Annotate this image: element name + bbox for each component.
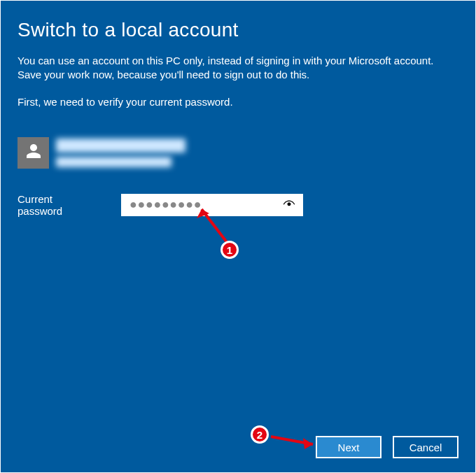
avatar <box>18 137 49 169</box>
person-icon <box>25 143 42 162</box>
next-button[interactable]: Next <box>316 436 382 458</box>
password-input[interactable] <box>121 194 303 216</box>
user-info-row <box>18 137 458 169</box>
verify-text: First, we need to verify your current pa… <box>18 95 458 109</box>
user-email <box>56 157 172 167</box>
eye-icon <box>282 197 296 213</box>
password-label: Current password <box>18 193 97 217</box>
description-text: You can use an account on this PC only, … <box>18 54 458 83</box>
user-text-block <box>56 139 186 167</box>
user-display-name <box>56 139 186 153</box>
password-row: Current password <box>18 193 458 217</box>
cancel-button[interactable]: Cancel <box>393 436 458 458</box>
dialog-panel: Switch to a local account You can use an… <box>1 1 475 472</box>
password-field-wrap <box>121 194 303 216</box>
page-title: Switch to a local account <box>18 19 458 41</box>
reveal-password-button[interactable] <box>281 197 298 213</box>
footer-buttons: Next Cancel <box>316 436 458 458</box>
